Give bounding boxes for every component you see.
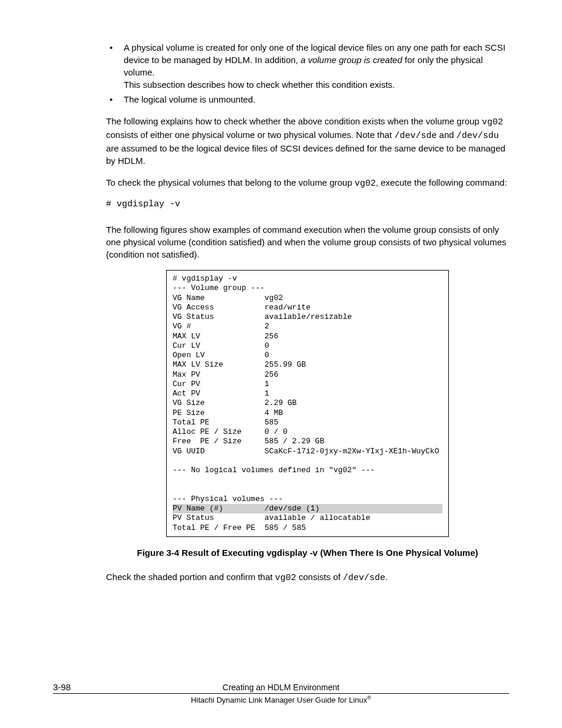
vg-line bbox=[173, 456, 442, 466]
vg-line: Act PV 1 bbox=[173, 389, 442, 398]
p2-m1: vg02 bbox=[355, 179, 376, 189]
registered-icon: ® bbox=[367, 695, 371, 701]
footer-section-title: Creating an HDLM Environment bbox=[106, 683, 456, 692]
p2-t1: To check the physical volumes that belon… bbox=[106, 177, 355, 187]
paragraph-3: The following figures show examples of c… bbox=[106, 223, 509, 261]
vg-line: Cur LV 0 bbox=[173, 341, 442, 351]
p1-t2: consists of either one physical volume o… bbox=[106, 130, 394, 140]
p1-t3: and bbox=[437, 130, 456, 140]
p1-t1: The following explains how to check whet… bbox=[106, 116, 482, 126]
vg-line: Total PE 585 bbox=[173, 418, 442, 427]
vg-line: MAX LV 256 bbox=[173, 332, 442, 341]
footer-doc-title-text: Hitachi Dynamic Link Manager User Guide … bbox=[191, 696, 367, 704]
vg-line: PE Size 4 MB bbox=[173, 409, 442, 418]
vg-line: MAX LV Size 255.99 GB bbox=[173, 360, 442, 370]
command-block: # vgdisplay -v bbox=[106, 199, 509, 209]
bullet-1-italic: a volume group is created bbox=[300, 55, 402, 65]
vg-line: VG Name vg02 bbox=[173, 294, 442, 303]
vg-line bbox=[173, 475, 442, 485]
vg-line: Max PV 256 bbox=[173, 370, 442, 380]
p1-t4: are assumed to be the logical device fil… bbox=[106, 143, 505, 166]
page-footer: 3-98 Creating an HDLM Environment Hitach… bbox=[53, 682, 509, 704]
vg-line-shaded: PV Name (#) /dev/sde (1) bbox=[173, 504, 442, 513]
footer-doc-title: Hitachi Dynamic Link Manager User Guide … bbox=[53, 695, 509, 704]
page-number: 3-98 bbox=[53, 682, 106, 692]
vg-line: VG # 2 bbox=[173, 322, 442, 331]
vg-line: Free PE / Size 585 / 2.29 GB bbox=[173, 437, 442, 446]
p4-m1: vg02 bbox=[275, 573, 296, 583]
bullet-item-1: A physical volume is created for only on… bbox=[106, 41, 509, 91]
vg-line: Total PE / Free PE 585 / 585 bbox=[173, 523, 442, 533]
vg-line: VG Access read/write bbox=[173, 303, 442, 312]
paragraph-4: Check the shaded portion and confirm tha… bbox=[106, 571, 509, 584]
vg-line: VG UUID SCaKcF-17i2-0jxy-m2Xw-YIxj-XE1h-… bbox=[173, 447, 442, 456]
vg-line: PV Status available / allocatable bbox=[173, 513, 442, 523]
vgdisplay-output-box: # vgdisplay -v --- Volume group --- VG N… bbox=[166, 270, 449, 537]
bullet-item-2: The logical volume is unmounted. bbox=[106, 93, 509, 106]
vg-line: # vgdisplay -v bbox=[173, 274, 442, 284]
bullet-list: A physical volume is created for only on… bbox=[106, 41, 509, 106]
p1-m1: vg02 bbox=[482, 117, 503, 127]
vg-line: Open LV 0 bbox=[173, 351, 442, 360]
p4-t2: consists of bbox=[296, 572, 343, 582]
figure-caption: Figure 3-4 Result of Executing vgdisplay… bbox=[106, 546, 509, 559]
p1-m3: /dev/sdu bbox=[457, 131, 499, 141]
paragraph-1: The following explains how to check whet… bbox=[106, 115, 509, 167]
vg-line: --- Volume group --- bbox=[173, 284, 442, 293]
vg-line: Alloc PE / Size 0 / 0 bbox=[173, 427, 442, 437]
bullet-1-sub: This subsection describes how to check w… bbox=[124, 78, 509, 91]
vg-line: --- No logical volumes defined in "vg02"… bbox=[173, 466, 442, 475]
vg-line: VG Size 2.29 GB bbox=[173, 398, 442, 408]
vg-line: VG Status available/resizable bbox=[173, 312, 442, 322]
p4-t3: . bbox=[385, 572, 388, 582]
p4-m2: /dev/sde bbox=[343, 573, 385, 583]
p2-t2: , execute the following command: bbox=[376, 177, 507, 187]
paragraph-2: To check the physical volumes that belon… bbox=[106, 176, 509, 190]
vg-line bbox=[173, 485, 442, 495]
vg-line: --- Physical volumes --- bbox=[173, 495, 442, 504]
p1-m2: /dev/sde bbox=[394, 131, 437, 141]
p4-t1: Check the shaded portion and confirm tha… bbox=[106, 572, 275, 582]
vg-line: Cur PV 1 bbox=[173, 380, 442, 389]
